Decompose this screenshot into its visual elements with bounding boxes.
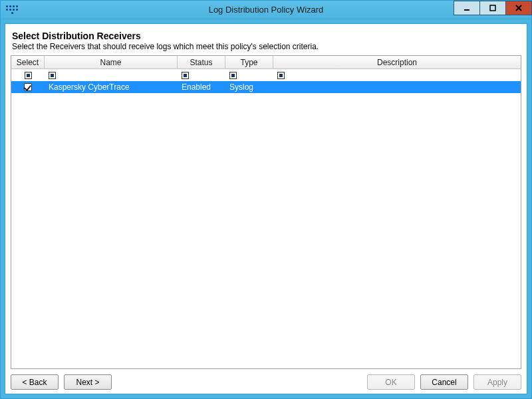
window-title: Log Distribution Policy Wizard [1, 5, 531, 15]
title-bar: Log Distribution Policy Wizard [1, 1, 531, 19]
filter-select-icon[interactable] [25, 72, 32, 79]
grid-body: Kaspersky CyberTrace Enabled Syslog [11, 69, 521, 368]
page-subtitle: Select the Receivers that should receive… [12, 42, 520, 51]
col-header-type[interactable]: Type [225, 56, 273, 68]
row-type: Syslog [225, 81, 273, 93]
client-area: Select Distribution Receivers Select the… [5, 23, 527, 394]
row-description [273, 81, 521, 93]
cancel-button[interactable]: Cancel [420, 374, 468, 390]
grid-header: Select Name Status Type Description [11, 56, 521, 69]
receivers-grid: Select Name Status Type Description [11, 55, 521, 369]
row-name: Kaspersky CyberTrace [45, 81, 178, 93]
next-button[interactable]: Next > [64, 374, 112, 390]
col-header-status[interactable]: Status [178, 56, 225, 68]
grid-filter-row [11, 69, 521, 81]
row-status: Enabled [178, 81, 225, 93]
page-title: Select Distribution Receivers [12, 31, 520, 41]
apply-button: Apply [473, 374, 521, 390]
col-header-name[interactable]: Name [45, 56, 178, 68]
row-checkbox[interactable] [24, 83, 32, 91]
filter-type-icon[interactable] [229, 72, 237, 79]
ok-button: OK [367, 374, 415, 390]
wizard-window: Log Distribution Policy Wizard Select Di… [0, 0, 532, 399]
filter-name-icon[interactable] [49, 72, 56, 79]
col-header-select[interactable]: Select [11, 56, 45, 68]
back-button[interactable]: < Back [11, 374, 59, 390]
col-header-description[interactable]: Description [273, 56, 521, 68]
table-row[interactable]: Kaspersky CyberTrace Enabled Syslog [11, 81, 521, 93]
filter-description-icon[interactable] [277, 72, 285, 79]
filter-status-icon[interactable] [182, 72, 189, 79]
button-bar: < Back Next > OK Cancel Apply [11, 369, 521, 390]
